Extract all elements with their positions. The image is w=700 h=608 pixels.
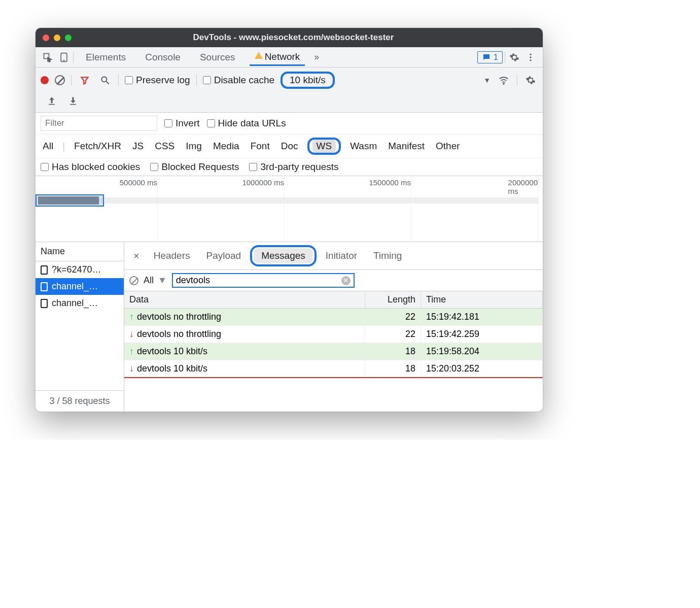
device-toggle-icon[interactable] (57, 50, 71, 64)
tab-network[interactable]: Network (250, 48, 305, 66)
arrow-down-icon: ↓ (129, 363, 134, 374)
type-doc[interactable]: Doc (279, 140, 300, 153)
message-row[interactable]: ↑devtools no throttling 22 15:19:42.181 (124, 309, 543, 326)
clear-messages-icon[interactable] (129, 276, 138, 285)
more-tabs-icon[interactable]: » (314, 52, 319, 62)
import-har-icon[interactable] (66, 94, 80, 108)
resource-type-filters: All | Fetch/XHR JS CSS Img Media Font Do… (36, 134, 543, 158)
clear-filter-icon[interactable]: ✕ (341, 276, 351, 285)
document-icon (41, 265, 48, 275)
type-ws[interactable]: WS (307, 138, 341, 155)
titlebar: DevTools - www.piesocket.com/websocket-t… (36, 28, 543, 47)
tab-initiator[interactable]: Initiator (319, 248, 364, 263)
split-panel: Name ?k=62470… channel_… channel_… 3 / 5… (36, 242, 543, 412)
filter-input[interactable] (41, 116, 157, 131)
tab-console[interactable]: Console (140, 49, 186, 66)
type-css[interactable]: CSS (153, 140, 177, 153)
minimize-window-icon[interactable] (54, 35, 60, 41)
tab-headers[interactable]: Headers (147, 248, 197, 263)
more-menu-icon[interactable] (523, 50, 538, 64)
settings-gear-icon[interactable] (507, 50, 521, 64)
message-filter-input[interactable]: ✕ (172, 273, 355, 288)
invert-checkbox[interactable]: Invert (164, 118, 200, 129)
svg-line-7 (107, 82, 109, 84)
tab-messages[interactable]: Messages (250, 245, 317, 266)
svg-point-6 (101, 77, 107, 82)
type-img[interactable]: Img (184, 140, 204, 153)
network-settings-icon[interactable] (523, 73, 538, 87)
detail-tabs: × Headers Payload Messages Initiator Tim… (124, 242, 543, 270)
svg-rect-10 (70, 104, 76, 105)
svg-point-5 (530, 59, 531, 61)
type-font[interactable]: Font (249, 140, 272, 153)
close-detail-icon[interactable]: × (128, 250, 145, 262)
main-tabs-row: Elements Console Sources Network » 1 (36, 47, 543, 67)
timeline-tick: 1500000 ms (369, 178, 411, 187)
network-conditions-icon[interactable] (497, 73, 511, 87)
disable-cache-checkbox[interactable]: Disable cache (203, 75, 274, 86)
type-js[interactable]: JS (130, 140, 146, 153)
close-window-icon[interactable] (43, 35, 49, 41)
type-fetchxhr[interactable]: Fetch/XHR (72, 140, 123, 153)
issues-badge[interactable]: 1 (477, 51, 503, 63)
third-party-checkbox[interactable]: 3rd-party requests (249, 161, 338, 173)
request-row[interactable]: channel_… (36, 278, 124, 295)
timeline-tick: 2000000 ms (508, 178, 538, 195)
record-button[interactable] (41, 76, 49, 84)
export-har-icon[interactable] (45, 94, 59, 108)
tab-payload[interactable]: Payload (199, 248, 249, 263)
col-time[interactable]: Time (421, 291, 543, 309)
type-other[interactable]: Other (434, 140, 462, 153)
col-data[interactable]: Data (124, 291, 365, 309)
message-row[interactable]: ↑devtools 10 kbit/s 18 15:19:58.204 (124, 343, 543, 360)
tab-elements[interactable]: Elements (81, 49, 131, 66)
requests-list: Name ?k=62470… channel_… channel_… 3 / 5… (36, 242, 124, 412)
type-media[interactable]: Media (211, 140, 241, 153)
window-title: DevTools - www.piesocket.com/websocket-t… (72, 32, 515, 43)
type-wasm[interactable]: Wasm (348, 140, 379, 153)
hide-data-urls-checkbox[interactable]: Hide data URLs (207, 118, 286, 129)
message-type-select[interactable]: All▼ (144, 275, 167, 286)
request-row[interactable]: ?k=62470… (36, 261, 124, 278)
svg-point-3 (530, 53, 531, 55)
type-all[interactable]: All (41, 140, 55, 153)
maximize-window-icon[interactable] (65, 35, 72, 41)
messages-toolbar: All▼ ✕ (124, 270, 543, 291)
blocked-cookies-checkbox[interactable]: Has blocked cookies (41, 161, 140, 173)
svg-point-8 (503, 83, 504, 84)
throttling-select[interactable]: 10 kbit/s (281, 72, 335, 89)
clear-button[interactable] (55, 75, 65, 85)
filter-toggle-icon[interactable] (78, 73, 92, 87)
blocked-requests-checkbox[interactable]: Blocked Requests (150, 161, 239, 173)
svg-rect-9 (49, 104, 55, 105)
name-column-header[interactable]: Name (36, 242, 124, 261)
arrow-down-icon: ↓ (129, 329, 134, 339)
timeline-overview[interactable]: 500000 ms 1000000 ms 1500000 ms 2000000 … (36, 176, 543, 242)
request-detail-panel: × Headers Payload Messages Initiator Tim… (124, 242, 543, 412)
throttling-caret-icon[interactable]: ▼ (483, 76, 491, 84)
request-row[interactable]: channel_… (36, 295, 124, 312)
warning-icon (255, 52, 263, 59)
network-toolbar: Preserve log Disable cache 10 kbit/s ▼ (36, 67, 543, 113)
message-row[interactable]: ↓devtools 10 kbit/s 18 15:20:03.252 (124, 360, 543, 378)
type-manifest[interactable]: Manifest (386, 140, 427, 153)
arrow-up-icon: ↑ (129, 346, 134, 356)
preserve-log-checkbox[interactable]: Preserve log (125, 75, 190, 86)
devtools-window: DevTools - www.piesocket.com/websocket-t… (36, 28, 543, 412)
document-icon (41, 282, 48, 291)
timeline-tick: 500000 ms (120, 178, 157, 187)
arrow-up-icon: ↑ (129, 312, 134, 322)
tab-sources[interactable]: Sources (195, 49, 240, 66)
additional-filters: Has blocked cookies Blocked Requests 3rd… (36, 158, 543, 176)
inspect-element-icon[interactable] (41, 50, 55, 64)
messages-table: Data Length Time ↑devtools no throttling… (124, 291, 543, 378)
message-row[interactable]: ↓devtools no throttling 22 15:19:42.259 (124, 326, 543, 343)
document-icon (41, 299, 48, 308)
svg-point-4 (530, 56, 531, 58)
col-length[interactable]: Length (365, 291, 421, 309)
request-count-footer: 3 / 58 requests (36, 390, 124, 412)
tab-timing[interactable]: Timing (366, 248, 409, 263)
search-icon[interactable] (98, 73, 112, 87)
filter-bar: Invert Hide data URLs (36, 113, 543, 134)
timeline-tick: 1000000 ms (242, 178, 284, 187)
